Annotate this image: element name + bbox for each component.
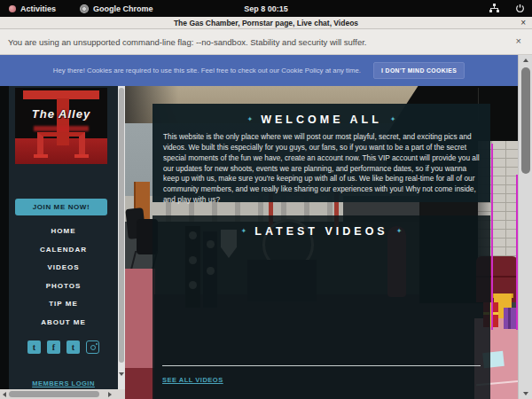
instagram-lens bbox=[90, 345, 96, 350]
gift-ribbon bbox=[508, 308, 511, 329]
welcome-title: WELCOME ALL bbox=[261, 113, 382, 126]
diamond-icon: ✦ bbox=[247, 116, 254, 123]
welcome-heading: ✦ WELCOME ALL ✦ bbox=[153, 113, 490, 126]
photo-floor-shadow bbox=[125, 368, 155, 399]
cookie-consent-bar: Hey there! Cookies are required to use t… bbox=[0, 55, 518, 86]
welcome-section: ✦ WELCOME ALL ✦ This website is the only… bbox=[153, 104, 490, 202]
gnome-top-bar: Activities Google Chrome Sep 8 00:15 bbox=[0, 0, 532, 17]
window-title: The Gas Chamber, Pornstar page, Live cha… bbox=[174, 19, 358, 27]
latest-videos-title: LATEST VIDEOS bbox=[254, 225, 387, 238]
scroll-right-icon[interactable] bbox=[108, 392, 112, 397]
clock[interactable]: Sep 8 00:15 bbox=[0, 4, 532, 13]
page-vertical-scrollbar[interactable] bbox=[518, 55, 532, 399]
section-divider bbox=[162, 365, 481, 366]
cookie-message: Hey there! Cookies are required to use t… bbox=[53, 66, 361, 74]
sidebar-item-about-me[interactable]: ABOUT ME bbox=[9, 317, 118, 328]
facebook-icon[interactable]: f bbox=[47, 340, 60, 354]
instagram-flash-dot bbox=[96, 343, 98, 345]
sidebar-item-videos[interactable]: VIDEOS bbox=[9, 262, 118, 273]
cookie-accept-button[interactable]: I DON'T MIND COOKIES bbox=[373, 62, 465, 79]
sidebar: The Alley JOIN ME NOW! HOME CALENDAR VID… bbox=[9, 86, 118, 389]
chrome-infobar: You are using an unsupported command-lin… bbox=[0, 29, 532, 55]
sidebar-left-margin bbox=[0, 86, 9, 399]
scroll-up-icon[interactable] bbox=[523, 59, 528, 62]
sidebar-item-photos[interactable]: PHOTOS bbox=[9, 281, 118, 292]
scroll-down-icon[interactable] bbox=[119, 372, 124, 376]
sidebar-horizontal-scrollbar[interactable] bbox=[0, 389, 125, 399]
diamond-icon: ✦ bbox=[396, 228, 403, 235]
infobar-message: You are using an unsupported command-lin… bbox=[8, 37, 367, 47]
logo-text: The Alley bbox=[15, 107, 107, 121]
screen: Activities Google Chrome Sep 8 00:15 The… bbox=[0, 0, 532, 399]
logo-rack-legs bbox=[37, 132, 85, 155]
twitter-icon[interactable]: t bbox=[27, 340, 41, 354]
members-login-link[interactable]: MEMBERS LOGIN bbox=[9, 379, 118, 387]
latest-videos-section: ✦ LATEST VIDEOS ✦ SEE ALL VIDEOS bbox=[153, 215, 490, 399]
join-me-now-button[interactable]: JOIN ME NOW! bbox=[15, 199, 107, 215]
site-logo[interactable]: The Alley bbox=[15, 88, 107, 164]
welcome-paragraph: This website is the only place where we … bbox=[163, 132, 480, 206]
webpage: The Alley JOIN ME NOW! HOME CALENDAR VID… bbox=[0, 86, 518, 399]
sidebar-vertical-scrollbar[interactable] bbox=[118, 86, 125, 389]
infobar-close-icon[interactable]: × bbox=[516, 35, 521, 46]
diamond-icon: ✦ bbox=[390, 116, 396, 123]
power-icon[interactable] bbox=[515, 4, 525, 13]
magenta-border-line bbox=[491, 144, 493, 330]
social-links: t f t bbox=[9, 340, 118, 354]
instagram-icon[interactable] bbox=[86, 340, 99, 354]
sidebar-item-home[interactable]: HOME bbox=[9, 226, 118, 237]
sidebar-item-tip-me[interactable]: TIP ME bbox=[9, 299, 118, 309]
sidebar-item-calendar[interactable]: CALENDAR bbox=[9, 245, 118, 255]
window-close-icon[interactable]: × bbox=[520, 17, 526, 29]
logo-rack-foot bbox=[34, 154, 49, 158]
see-all-videos-link[interactable]: SEE ALL VIDEOS bbox=[162, 376, 223, 384]
sidebar-hscroll-thumb[interactable] bbox=[9, 391, 99, 397]
logo-rack-foot bbox=[74, 154, 90, 158]
scroll-left-icon[interactable] bbox=[3, 392, 6, 397]
page-vscroll-thumb[interactable] bbox=[521, 67, 530, 174]
tumblr-icon[interactable]: t bbox=[66, 340, 80, 354]
latest-videos-heading: ✦ LATEST VIDEOS ✦ bbox=[153, 225, 490, 238]
hero-photo: ✦ WELCOME ALL ✦ This website is the only… bbox=[125, 86, 518, 399]
network-icon[interactable] bbox=[489, 4, 499, 13]
sidebar-vscroll-thumb[interactable] bbox=[119, 88, 124, 363]
window-title-bar: The Gas Chamber, Pornstar page, Live cha… bbox=[0, 17, 532, 29]
scroll-down-icon[interactable] bbox=[523, 392, 528, 395]
diamond-icon: ✦ bbox=[241, 228, 247, 235]
logo-red-subtext bbox=[34, 126, 89, 131]
